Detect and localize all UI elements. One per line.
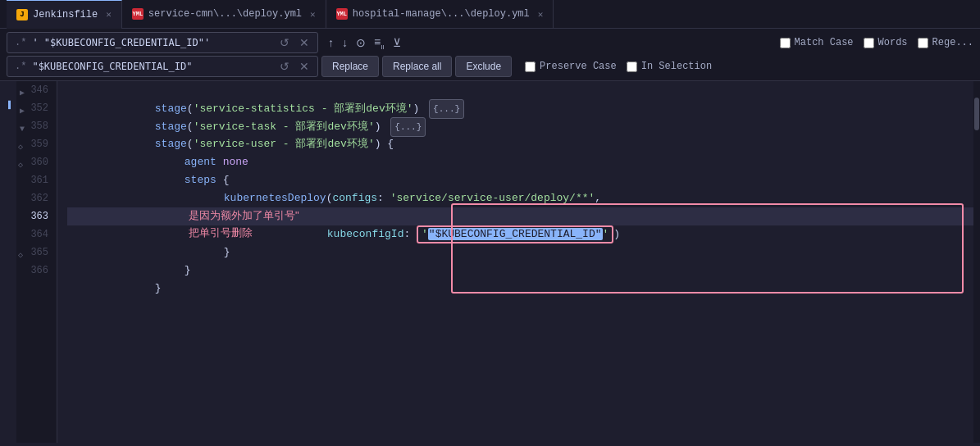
- line-num-352: ▶ 352: [16, 99, 57, 117]
- tab-deploy-hospital[interactable]: YML hospital-manage\...\deploy.yml ✕: [326, 0, 554, 29]
- regex-checkbox[interactable]: [918, 38, 928, 48]
- in-selection-option[interactable]: In Selection: [627, 61, 712, 72]
- code-line-365: }: [67, 243, 980, 262]
- jenkinsfile-icon: J: [16, 9, 28, 20]
- preserve-case-option[interactable]: Preserve Case: [525, 61, 617, 72]
- preserve-case-checkbox[interactable]: [525, 61, 536, 72]
- replace-regex-icon[interactable]: .*: [12, 60, 29, 73]
- find-close-btn[interactable]: ✕: [296, 35, 312, 50]
- yaml-icon-cmn: YML: [132, 8, 144, 20]
- select-all-btn[interactable]: ⊙: [353, 34, 369, 51]
- exclude-button[interactable]: Exclude: [455, 56, 512, 77]
- line-num-366: 366: [16, 262, 57, 280]
- code-line-352: stage('service-task - 部署到dev环境') {...}: [67, 99, 980, 117]
- replace-button[interactable]: Replace: [321, 56, 379, 77]
- match-case-checkbox[interactable]: [780, 38, 791, 48]
- tab-jenkinsfile[interactable]: J Jenkinsfile ✕: [7, 0, 122, 29]
- replace-options: Preserve Case In Selection: [525, 61, 712, 72]
- line-num-359: ◇ 359: [16, 135, 57, 153]
- words-option[interactable]: Words: [864, 37, 908, 48]
- prev-match-btn[interactable]: ↑: [325, 34, 337, 51]
- in-selection-checkbox[interactable]: [627, 61, 637, 72]
- line-num-364: 364: [16, 225, 57, 243]
- line-num-346: ▶ 346: [16, 81, 57, 99]
- words-checkbox[interactable]: [864, 38, 874, 48]
- tab-bar: J Jenkinsfile ✕ YML service-cmn\...\depl…: [0, 0, 980, 29]
- scrollbar[interactable]: [973, 81, 980, 443]
- code-line-358: stage('service-user - 部署到dev环境') {: [67, 117, 980, 135]
- line-num-365: ◇ 365: [16, 243, 57, 262]
- line-numbers: ▶ 346 ▶ 352 ▼ 358 ◇ 359 ◇ 360 361 362 36…: [16, 81, 57, 443]
- tab-deploy-hospital-close[interactable]: ✕: [538, 9, 544, 20]
- find-row: .* ↺ ✕ ↑ ↓ ⊙ ≡II ⊻ Match Case Words: [7, 32, 973, 53]
- replace-input-wrap: .* ↺ ✕: [7, 56, 318, 77]
- find-input-wrap: .* ↺ ✕: [7, 32, 318, 53]
- line-num-360: ◇ 360: [16, 153, 57, 171]
- tab-deploy-cmn-close[interactable]: ✕: [310, 9, 316, 20]
- next-match-btn[interactable]: ↓: [339, 34, 351, 51]
- tab-jenkinsfile-close[interactable]: ✕: [106, 9, 112, 20]
- code-content[interactable]: stage('service-statistics - 部署到dev环境') {…: [57, 81, 980, 443]
- code-line-360: steps {: [67, 153, 980, 171]
- replace-close-btn[interactable]: ✕: [296, 59, 312, 74]
- code-line-362: enableConfigSubstitution: true,: [67, 189, 980, 207]
- line-num-361: 361: [16, 171, 57, 189]
- filter-btn[interactable]: ⊻: [390, 34, 404, 51]
- find-clear-btn[interactable]: ↺: [276, 35, 293, 50]
- match-case-option[interactable]: Match Case: [780, 37, 854, 48]
- code-line-346: stage('service-statistics - 部署到dev环境') {…: [67, 81, 980, 99]
- annotation-box: 是因为额外加了单引号" 把单引号删除: [189, 207, 299, 242]
- replace-row: .* ↺ ✕ Replace Replace all Exclude Prese…: [7, 56, 973, 77]
- find-regex-icon[interactable]: .*: [12, 36, 29, 49]
- replace-all-button[interactable]: Replace all: [382, 56, 452, 77]
- replace-input[interactable]: [32, 61, 273, 72]
- search-options: Match Case Words Rege...: [780, 37, 973, 48]
- regex-option[interactable]: Rege...: [918, 37, 973, 48]
- line-num-358: ▼ 358: [16, 117, 57, 135]
- editor-area: ▐ ▶ 346 ▶ 352 ▼ 358 ◇ 359 ◇ 360 361 362 …: [0, 81, 980, 443]
- toggle-replace-btn[interactable]: ≡II: [371, 34, 388, 52]
- find-input[interactable]: [32, 37, 273, 48]
- annotation-line1: 是因为额外加了单引号": [189, 207, 299, 225]
- left-activity-bar: ▐: [0, 81, 16, 443]
- code-line-361: kubernetesDeploy(configs: 'service/servi…: [67, 171, 980, 189]
- scroll-thumb[interactable]: [974, 98, 979, 130]
- search-replace-bar: .* ↺ ✕ ↑ ↓ ⊙ ≡II ⊻ Match Case Words: [0, 29, 980, 81]
- tab-deploy-cmn-label: service-cmn\...\deploy.yml: [148, 8, 302, 20]
- replace-clear-btn[interactable]: ↺: [276, 59, 293, 74]
- left-bar-icon: ▐: [2, 99, 14, 111]
- tab-deploy-hospital-label: hospital-manage\...\deploy.yml: [353, 8, 530, 20]
- code-line-359: agent none: [67, 135, 980, 153]
- yaml-icon-hospital: YML: [336, 8, 348, 20]
- tab-jenkinsfile-label: Jenkinsfile: [33, 9, 98, 20]
- line-num-363: 363: [16, 207, 57, 225]
- line-num-362: 362: [16, 189, 57, 207]
- tab-deploy-cmn[interactable]: YML service-cmn\...\deploy.yml ✕: [122, 0, 326, 29]
- nav-buttons: ↑ ↓ ⊙ ≡II ⊻: [325, 34, 404, 52]
- annotation-line2: 把单引号删除: [189, 225, 299, 242]
- code-line-366: }: [67, 262, 980, 280]
